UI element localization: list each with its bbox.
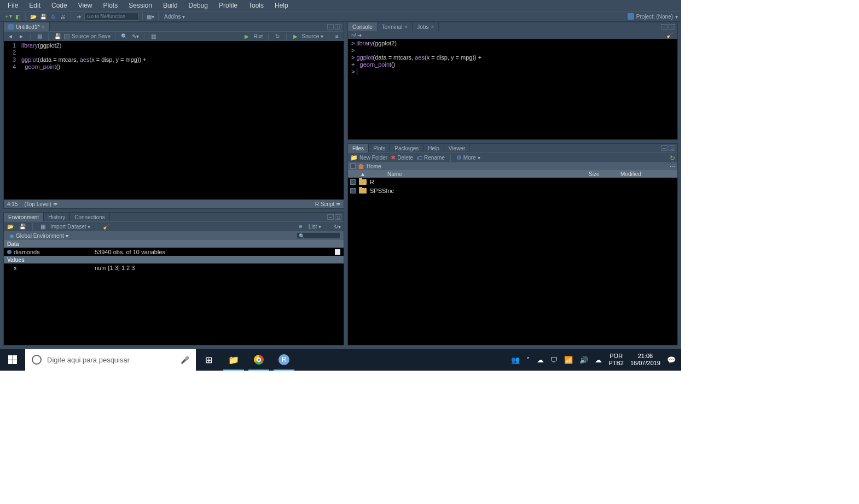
row-checkbox[interactable] [350, 179, 356, 185]
menu-view[interactable]: View [73, 2, 98, 9]
minimize-icon[interactable]: ─ [661, 145, 668, 151]
new-file-icon[interactable]: ＋▾ [3, 12, 12, 21]
microphone-icon[interactable]: 🎤 [181, 356, 189, 364]
volume-icon[interactable]: 🔊 [579, 356, 588, 364]
tab-help[interactable]: Help [423, 144, 444, 153]
clear-console-icon[interactable]: 🧹 [665, 31, 674, 39]
tab-viewer[interactable]: Viewer [444, 144, 470, 153]
save-icon[interactable]: 💾 [18, 222, 27, 231]
rstudio-icon[interactable]: R [271, 349, 297, 371]
source-icon[interactable]: ▶ [291, 32, 300, 41]
menu-edit[interactable]: Edit [24, 2, 46, 9]
find-icon[interactable]: 🔍 [120, 32, 129, 41]
back-icon[interactable]: ◄ [6, 32, 15, 41]
grid-icon[interactable]: ▦▾ [146, 12, 155, 21]
minimize-icon[interactable]: ─ [661, 24, 668, 30]
scope-indicator[interactable]: (Top Level) ≑ [24, 201, 57, 207]
code-editor[interactable]: 1234 library(ggplot2) ggplot(data = mtca… [4, 41, 344, 200]
onedrive-icon[interactable]: ☁ [537, 356, 544, 364]
cloud-icon[interactable]: ☁ [595, 356, 602, 364]
clock[interactable]: 21:0616/07/2019 [630, 353, 660, 367]
compile-icon[interactable]: ▥ [149, 32, 158, 41]
tab-history[interactable]: History [44, 213, 70, 221]
forward-icon[interactable]: ► [17, 32, 26, 41]
close-icon[interactable]: × [405, 24, 408, 30]
maximize-icon[interactable]: □ [669, 24, 675, 30]
tab-environment[interactable]: Environment [4, 213, 44, 221]
col-size[interactable]: Size [589, 171, 616, 177]
security-icon[interactable]: 🛡 [550, 356, 558, 364]
import-dataset-button[interactable]: Import Dataset ▾ [50, 224, 90, 230]
row-checkbox[interactable] [350, 188, 356, 194]
tab-packages[interactable]: Packages [390, 144, 423, 153]
task-view-icon[interactable]: ⊞ [196, 349, 221, 371]
more-path-icon[interactable]: ⋯ [670, 163, 675, 169]
people-icon[interactable]: 👥 [511, 356, 520, 364]
source-button[interactable]: Source ▾ [302, 33, 323, 39]
close-icon[interactable]: × [42, 24, 45, 30]
wifi-icon[interactable]: 📶 [564, 356, 573, 364]
sort-icon[interactable]: ▲ [360, 171, 365, 177]
minimize-icon[interactable]: ─ [327, 214, 334, 220]
save-all-icon[interactable]: ⎙ [49, 12, 57, 21]
save-icon[interactable]: 💾 [39, 12, 48, 21]
col-name[interactable]: Name [370, 171, 584, 177]
maximize-icon[interactable]: □ [669, 145, 675, 151]
maximize-icon[interactable]: □ [335, 214, 341, 220]
show-doc-icon[interactable]: ▤ [35, 32, 44, 41]
tab-terminal[interactable]: Terminal × [378, 22, 413, 31]
goto-file-input[interactable]: Go to file/function [84, 13, 139, 21]
minimize-icon[interactable]: ─ [327, 24, 334, 30]
project-menu[interactable]: Project: (None) ▾ [628, 13, 678, 20]
tab-console[interactable]: Console [348, 22, 378, 31]
env-row-diamonds[interactable]: diamonds 53940 obs. of 10 variables [4, 248, 344, 256]
list-view-button[interactable]: List ▾ [309, 224, 321, 230]
save-icon[interactable]: 💾 [53, 32, 62, 41]
load-icon[interactable]: 📂 [6, 222, 15, 231]
taskbar-search[interactable]: Digite aqui para pesquisar 🎤 [25, 349, 196, 371]
refresh-icon[interactable]: ↻ [670, 154, 675, 162]
new-project-icon[interactable]: ◧ [13, 12, 22, 21]
source-tab[interactable]: Untitled1* × [4, 22, 50, 31]
list-icon[interactable]: ≡ [297, 222, 305, 231]
menu-profile[interactable]: Profile [213, 2, 243, 9]
home-icon[interactable] [358, 163, 364, 169]
menu-tools[interactable]: Tools [243, 2, 269, 9]
file-explorer-icon[interactable]: 📁 [221, 349, 246, 371]
tab-connections[interactable]: Connections [70, 213, 110, 221]
menu-plots[interactable]: Plots [98, 2, 124, 9]
tab-plots[interactable]: Plots [369, 144, 390, 153]
language-indicator[interactable]: PORPTB2 [608, 353, 624, 367]
source-on-save-checkbox[interactable] [64, 34, 69, 39]
open-file-icon[interactable]: 📂 [29, 12, 38, 21]
notifications-icon[interactable]: 💬 [667, 356, 676, 364]
env-row-x[interactable]: x num [1:3] 1 2 3 [4, 263, 344, 272]
file-type[interactable]: R Script ≑ [315, 201, 340, 207]
rerun-icon[interactable]: ↻ [273, 32, 282, 41]
scope-selector[interactable]: Global Environment ▾ [16, 233, 68, 239]
menu-build[interactable]: Build [158, 2, 183, 9]
console-output[interactable]: > library(ggplot2) > > ggplot(data = mtc… [348, 39, 677, 139]
chrome-icon[interactable] [246, 349, 271, 371]
col-modified[interactable]: Modified [620, 171, 675, 177]
rename-button[interactable]: 🏷Rename [416, 155, 445, 161]
delete-button[interactable]: ✖Delete [391, 154, 413, 161]
run-button[interactable]: Run [253, 33, 263, 39]
close-icon[interactable]: × [431, 24, 434, 30]
working-dir[interactable]: ~/ ➔ [351, 32, 362, 38]
expand-icon[interactable] [7, 250, 11, 254]
broom-icon[interactable]: 🧹 [102, 222, 111, 231]
tab-files[interactable]: Files [348, 144, 369, 153]
env-search-input[interactable]: 🔍 [297, 232, 340, 239]
view-data-icon[interactable] [335, 249, 340, 255]
maximize-icon[interactable]: □ [335, 24, 341, 30]
refresh-icon[interactable]: ↻▾ [333, 222, 341, 231]
print-icon[interactable]: 🖨 [59, 12, 67, 21]
menu-session[interactable]: Session [123, 2, 158, 9]
select-all-checkbox[interactable] [350, 163, 356, 169]
code-text[interactable]: library(ggplot2) ggplot(data = mtcars, a… [19, 41, 344, 200]
breadcrumb-home[interactable]: Home [367, 163, 381, 169]
addins-menu[interactable]: Addins ▾ [162, 14, 187, 20]
new-folder-button[interactable]: 📁New Folder [350, 154, 387, 161]
menu-help[interactable]: Help [269, 2, 294, 9]
